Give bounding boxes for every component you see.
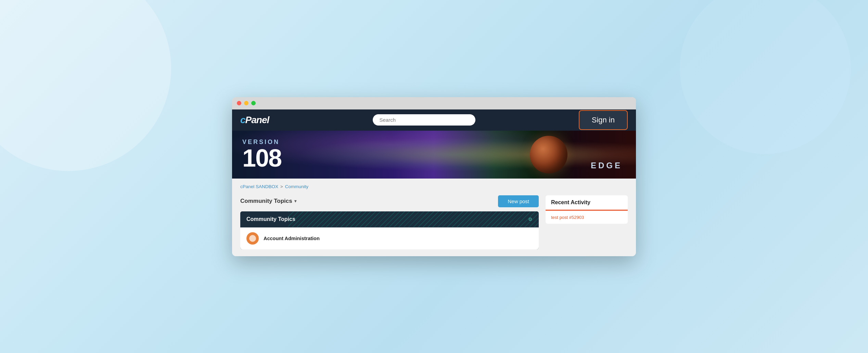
new-post-button[interactable]: New post xyxy=(498,195,539,207)
topics-card: Community Topics ⚙ Account Administratio… xyxy=(240,211,539,249)
version-text: VERSION 108 xyxy=(242,139,281,170)
recent-activity-card: Recent Activity test post #52903 xyxy=(546,195,628,224)
maximize-button[interactable] xyxy=(251,101,256,105)
section-header: Community Topics ▾ New post xyxy=(240,195,539,207)
breadcrumb-community: Community xyxy=(285,184,308,189)
logo-area: cPanel xyxy=(240,115,269,126)
page-body: cPanel SANDBOX > Community Community Top… xyxy=(232,179,636,256)
planet-decoration xyxy=(530,136,567,173)
hero-banner: VERSION 108 EDGE xyxy=(232,131,636,179)
chevron-down-icon: ▾ xyxy=(294,199,296,204)
site-logo: cPanel xyxy=(240,115,269,126)
topic-account-admin[interactable]: Account Administration xyxy=(264,236,320,241)
search-input[interactable] xyxy=(373,114,475,126)
site-header: cPanel Sign in xyxy=(232,109,636,131)
breadcrumb: cPanel SANDBOX > Community xyxy=(240,184,628,189)
version-number: 108 xyxy=(242,144,281,172)
search-wrapper xyxy=(269,114,578,126)
main-column: Community Topics ▾ New post Community To… xyxy=(240,195,539,249)
minimize-button[interactable] xyxy=(244,101,248,105)
browser-window: cPanel Sign in VERSION 108 EDGE cPanel S… xyxy=(232,97,636,256)
title-bar xyxy=(232,97,636,109)
close-button[interactable] xyxy=(237,101,241,105)
browser-content: cPanel Sign in VERSION 108 EDGE cPanel S… xyxy=(232,109,636,256)
topic-icon-inner xyxy=(249,235,256,242)
recent-activity-body: test post #52903 xyxy=(546,211,628,224)
sidebar-column: Recent Activity test post #52903 xyxy=(546,195,628,224)
gear-icon[interactable]: ⚙ xyxy=(528,217,533,222)
recent-activity-header: Recent Activity xyxy=(546,195,628,211)
content-layout: Community Topics ▾ New post Community To… xyxy=(240,195,628,249)
activity-item-link[interactable]: test post #52903 xyxy=(551,215,584,220)
topic-icon xyxy=(246,232,259,245)
topics-card-body: Account Administration xyxy=(240,227,539,249)
sign-in-button[interactable]: Sign in xyxy=(579,110,628,130)
breadcrumb-separator: > xyxy=(280,184,283,189)
breadcrumb-sandbox-link[interactable]: cPanel SANDBOX xyxy=(240,184,278,189)
recent-activity-title: Recent Activity xyxy=(551,199,590,205)
edge-label: EDGE xyxy=(591,161,622,170)
topics-card-title: Community Topics xyxy=(246,216,295,222)
topics-card-header: Community Topics ⚙ xyxy=(240,211,539,227)
community-topics-title[interactable]: Community Topics ▾ xyxy=(240,198,296,205)
